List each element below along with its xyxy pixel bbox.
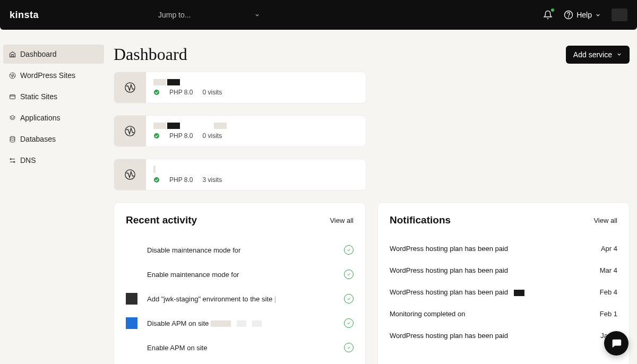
activity-text: Enable maintenance mode for bbox=[147, 271, 344, 279]
user-avatar[interactable] bbox=[612, 8, 627, 21]
chevron-down-icon bbox=[254, 12, 260, 18]
wordpress-icon bbox=[114, 72, 146, 103]
activity-text: Disable APM on site bbox=[147, 319, 344, 327]
check-circle-icon bbox=[344, 318, 354, 328]
site-name-redacted bbox=[153, 123, 227, 129]
svg-point-7 bbox=[10, 158, 11, 159]
status-ok-icon bbox=[153, 133, 160, 139]
status-ok-icon bbox=[153, 177, 160, 183]
svg-point-16 bbox=[154, 177, 159, 183]
notification-text: WordPress hosting plan has been paid bbox=[390, 332, 600, 340]
view-all-link[interactable]: View all bbox=[593, 216, 617, 224]
notification-text: WordPress hosting plan has been paid bbox=[390, 245, 601, 253]
site-card[interactable]: PHP 8.0 0 visits bbox=[114, 115, 366, 147]
dns-icon bbox=[8, 157, 16, 164]
wordpress-icon bbox=[114, 159, 146, 190]
layers-icon bbox=[8, 114, 16, 122]
status-ok-icon bbox=[153, 89, 160, 96]
top-bar: kinsta Jump to... Help bbox=[0, 0, 637, 30]
jump-to-label: Jump to... bbox=[158, 11, 191, 19]
site-php: PHP 8.0 bbox=[169, 132, 193, 140]
site-php: PHP 8.0 bbox=[169, 89, 193, 96]
help-label: Help bbox=[576, 11, 592, 19]
add-service-button[interactable]: Add service bbox=[566, 46, 630, 64]
site-name-redacted bbox=[153, 166, 222, 173]
notification-row[interactable]: WordPress hosting plan has been paid Feb… bbox=[390, 281, 617, 303]
activity-row[interactable]: Add "jwk-staging" environment to the sit… bbox=[126, 287, 354, 311]
jump-to-dropdown[interactable]: Jump to... bbox=[158, 11, 260, 19]
sidebar-item-static-sites[interactable]: Static Sites bbox=[3, 87, 104, 106]
svg-point-1 bbox=[569, 16, 569, 17]
activity-row[interactable]: Enable maintenance mode for bbox=[126, 262, 354, 287]
recent-activity-panel: Recent activity View all Disable mainten… bbox=[114, 202, 366, 364]
site-name-redacted bbox=[153, 79, 222, 85]
activity-avatar bbox=[126, 268, 137, 280]
browser-icon bbox=[8, 93, 16, 100]
notification-date: Feb 1 bbox=[600, 310, 617, 318]
check-circle-icon bbox=[344, 343, 354, 352]
notifications-bell-icon[interactable] bbox=[543, 10, 553, 20]
sidebar-item-label: DNS bbox=[20, 156, 36, 164]
site-visits: 0 visits bbox=[202, 89, 222, 96]
notifications-panel: Notifications View all WordPress hosting… bbox=[377, 202, 630, 364]
activity-row[interactable]: Disable maintenance mode for bbox=[126, 238, 354, 262]
activity-row[interactable]: Enable APM on site bbox=[126, 335, 354, 360]
wordpress-icon bbox=[8, 72, 16, 79]
bell-unread-dot bbox=[551, 8, 554, 12]
sidebar-item-wordpress-sites[interactable]: WordPress Sites bbox=[3, 66, 104, 85]
notification-text: WordPress hosting plan has been paid bbox=[390, 288, 600, 296]
notification-row[interactable]: Monitoring completed on Feb 1 bbox=[390, 303, 617, 325]
notification-row[interactable]: WordPress hosting plan has been paid Apr… bbox=[390, 238, 617, 259]
sidebar-item-dns[interactable]: DNS bbox=[3, 151, 104, 170]
chevron-down-icon bbox=[616, 51, 622, 57]
chat-icon bbox=[610, 337, 622, 349]
check-circle-icon bbox=[344, 245, 354, 255]
activity-avatar bbox=[126, 342, 137, 353]
check-circle-icon bbox=[344, 270, 354, 279]
page-title: Dashboard bbox=[114, 45, 187, 64]
site-card[interactable]: PHP 8.0 0 visits bbox=[114, 72, 366, 103]
sidebar-item-label: WordPress Sites bbox=[20, 71, 75, 80]
panel-title: Notifications bbox=[390, 214, 451, 226]
site-php: PHP 8.0 bbox=[169, 176, 193, 184]
site-visits: 3 visits bbox=[202, 176, 222, 184]
sidebar-item-dashboard[interactable]: Dashboard bbox=[3, 45, 104, 64]
activity-avatar bbox=[126, 244, 137, 256]
sidebar-item-databases[interactable]: Databases bbox=[3, 129, 104, 149]
notification-row[interactable]: WordPress hosting plan has been paid Jan… bbox=[390, 325, 617, 346]
svg-point-12 bbox=[154, 90, 159, 95]
activity-avatar bbox=[126, 317, 137, 329]
panel-title: Recent activity bbox=[126, 214, 197, 226]
sidebar-item-label: Databases bbox=[20, 135, 56, 143]
sidebar-item-applications[interactable]: Applications bbox=[3, 108, 104, 127]
site-visits: 0 visits bbox=[202, 132, 222, 140]
svg-point-0 bbox=[565, 11, 573, 19]
notification-row[interactable]: WordPress hosting plan has been paid Mar… bbox=[390, 259, 617, 281]
notification-text: Monitoring completed on bbox=[390, 310, 600, 318]
sidebar-item-label: Dashboard bbox=[20, 50, 57, 58]
notification-date: Feb 4 bbox=[600, 288, 617, 296]
content-area: Dashboard Add service bbox=[106, 30, 637, 364]
chat-widget-button[interactable] bbox=[604, 331, 629, 356]
sidebar-item-label: Static Sites bbox=[20, 92, 57, 101]
activity-avatar bbox=[126, 293, 137, 305]
svg-rect-3 bbox=[10, 94, 15, 99]
activity-text: Add "jwk-staging" environment to the sit… bbox=[147, 295, 344, 303]
activity-text: Disable maintenance mode for bbox=[147, 246, 344, 254]
svg-marker-5 bbox=[10, 115, 15, 118]
site-card[interactable]: PHP 8.0 3 visits bbox=[114, 159, 366, 190]
wordpress-icon bbox=[114, 116, 146, 146]
sidebar: Dashboard WordPress Sites Static Sites A… bbox=[0, 30, 106, 364]
svg-point-14 bbox=[154, 133, 159, 138]
help-menu[interactable]: Help bbox=[564, 10, 601, 20]
add-service-label: Add service bbox=[573, 50, 612, 59]
logo: kinsta bbox=[10, 10, 158, 21]
view-all-link[interactable]: View all bbox=[330, 216, 354, 224]
notification-date: Mar 4 bbox=[600, 266, 617, 274]
chevron-down-icon bbox=[595, 12, 601, 18]
help-circle-icon bbox=[564, 10, 573, 20]
sidebar-item-label: Applications bbox=[20, 114, 61, 122]
svg-point-6 bbox=[10, 136, 15, 138]
activity-row[interactable]: Disable APM on site bbox=[126, 311, 354, 335]
notification-text: WordPress hosting plan has been paid bbox=[390, 266, 600, 274]
